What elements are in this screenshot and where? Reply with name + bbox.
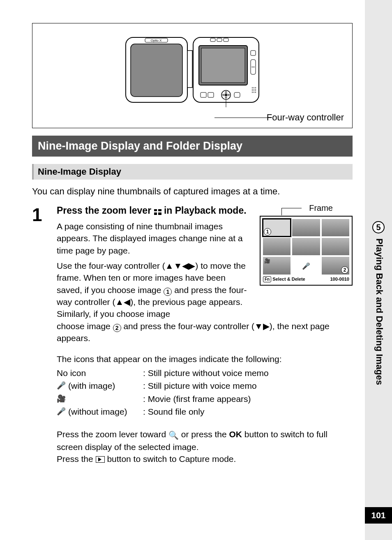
svg-rect-10 bbox=[224, 38, 228, 42]
svg-rect-4 bbox=[187, 51, 192, 88]
subsection-title: Nine-Image Display bbox=[32, 164, 353, 180]
thumbnail-3 bbox=[322, 219, 349, 236]
intro-text: You can display nine thumbnails of captu… bbox=[32, 185, 353, 198]
thumbnail-8: 🎤 bbox=[292, 257, 320, 274]
mic-icon: 🎤 bbox=[57, 380, 66, 391]
final-a: Press the zoom lever toward bbox=[57, 429, 168, 439]
ok-button-label: OK bbox=[229, 429, 242, 439]
final-e: button to switch to Capture mode. bbox=[105, 454, 236, 464]
select-delete-text: Select & Delete bbox=[272, 277, 305, 282]
svg-point-18 bbox=[224, 93, 228, 97]
step-desc-c2: choose image bbox=[57, 321, 113, 331]
icon-row-4: 🎤(without image) : Sound file only bbox=[57, 405, 353, 418]
overlay-circled-2: 2 bbox=[341, 266, 348, 274]
step-title: Press the zoom lever in Playback mode. bbox=[57, 204, 251, 217]
camera-illustration: Optio X bbox=[122, 34, 262, 108]
sidebar: 5 Playing Back and Deleting Images 101 bbox=[365, 0, 392, 540]
thumbnail-grid: 1 🎥 🎤 2 bbox=[263, 219, 349, 275]
lcd-status-bar: FnSelect & Delete 100-0010 bbox=[263, 275, 349, 282]
folder-number: 100-0010 bbox=[330, 277, 350, 282]
svg-point-31 bbox=[254, 90, 254, 91]
svg-point-34 bbox=[254, 92, 254, 93]
icon-row-2-left: (with image) bbox=[68, 379, 115, 392]
thumbnail-7: 🎥 bbox=[263, 257, 291, 274]
svg-point-28 bbox=[254, 89, 254, 90]
final-paragraph: Press the zoom lever toward 🔍 or press t… bbox=[57, 428, 353, 465]
final-b: or press the bbox=[179, 429, 229, 439]
thumbnail-5 bbox=[292, 238, 320, 255]
icons-intro: The icons that appear on the images indi… bbox=[57, 354, 353, 364]
icon-row-2: 🎤(with image) : Still picture with voice… bbox=[57, 379, 353, 392]
video-icon: 🎥 bbox=[57, 393, 66, 404]
frame-callout-line bbox=[282, 208, 302, 208]
svg-rect-15 bbox=[201, 92, 206, 97]
svg-rect-23 bbox=[234, 92, 240, 97]
thumbnail-6 bbox=[322, 238, 349, 255]
video-icon: 🎥 bbox=[264, 258, 270, 264]
icon-row-4-left: (without image) bbox=[68, 405, 127, 418]
icon-row-1: No icon : Still picture without voice me… bbox=[57, 367, 353, 380]
step-title-a: Press the zoom lever bbox=[57, 205, 154, 216]
svg-point-29 bbox=[255, 89, 256, 90]
thumbnail-1: 1 bbox=[263, 219, 291, 236]
thumbnail-9: 2 bbox=[322, 257, 349, 274]
circled-2: 2 bbox=[113, 324, 121, 332]
frame-label: Frame bbox=[309, 203, 333, 213]
four-way-controller-label: Four-way controller bbox=[267, 112, 344, 123]
svg-rect-1 bbox=[131, 44, 182, 97]
step-1: 1 Press the zoom lever in Playback mode.… bbox=[32, 204, 353, 465]
svg-rect-9 bbox=[217, 38, 222, 42]
overlay-circled-1: 1 bbox=[264, 228, 271, 235]
mic-icon: 🎤 bbox=[57, 406, 66, 417]
svg-rect-7 bbox=[201, 48, 245, 83]
chapter-title: Playing Back and Deleting Images bbox=[374, 238, 385, 385]
svg-text:Optio X: Optio X bbox=[151, 39, 162, 42]
callout-line bbox=[214, 118, 272, 118]
camera-diagram: Optio X bbox=[32, 23, 353, 128]
zoom-out-icon bbox=[154, 209, 161, 215]
svg-point-33 bbox=[252, 92, 253, 93]
icon-row-2-right: : Still picture with voice memo bbox=[143, 379, 257, 392]
chapter-number-badge: 5 bbox=[372, 221, 385, 233]
svg-point-30 bbox=[252, 90, 253, 91]
svg-rect-16 bbox=[208, 92, 214, 97]
lcd-screen: 1 🎥 🎤 2 FnSelect & bbox=[260, 216, 353, 286]
frame-callout-tick bbox=[281, 208, 282, 215]
step-title-b: in Playback mode. bbox=[161, 205, 247, 216]
icon-legend-table: No icon : Still picture without voice me… bbox=[57, 367, 353, 418]
fn-badge: Fn bbox=[263, 276, 271, 282]
svg-rect-8 bbox=[210, 38, 215, 42]
step-number: 1 bbox=[32, 206, 57, 465]
step-desc-a: A page consisting of nine thumbnail imag… bbox=[57, 220, 251, 256]
svg-point-24 bbox=[252, 87, 253, 88]
magnify-icon: 🔍 bbox=[168, 431, 179, 440]
final-d: Press the bbox=[57, 454, 96, 464]
icon-row-4-right: : Sound file only bbox=[143, 405, 204, 418]
svg-point-25 bbox=[254, 87, 254, 88]
select-delete-label: FnSelect & Delete bbox=[263, 276, 305, 282]
svg-point-27 bbox=[252, 89, 253, 90]
icon-row-1-left: No icon bbox=[57, 367, 143, 380]
icon-row-1-right: : Still picture without voice memo bbox=[143, 367, 269, 380]
svg-point-35 bbox=[255, 92, 256, 93]
playback-icon bbox=[96, 456, 105, 463]
icon-row-3-right: : Movie (first frame appears) bbox=[143, 392, 251, 406]
svg-point-26 bbox=[255, 87, 256, 88]
mic-icon: 🎤 bbox=[302, 262, 310, 270]
page-number: 101 bbox=[365, 507, 392, 524]
icon-row-3: 🎥 : Movie (first frame appears) bbox=[57, 392, 353, 406]
step-desc-continuation: choose image 2 and press the four-way co… bbox=[57, 320, 353, 344]
svg-point-32 bbox=[255, 90, 256, 91]
svg-rect-11 bbox=[251, 51, 256, 55]
section-title: Nine-Image Display and Folder Display bbox=[32, 136, 353, 157]
step-desc-b-wrap: Use the four-way controller (▲▼◀▶) to mo… bbox=[57, 260, 251, 320]
circled-1: 1 bbox=[164, 288, 172, 296]
lcd-screen-figure: Frame 1 🎥 🎤 bbox=[260, 204, 353, 320]
thumbnail-4 bbox=[263, 238, 291, 255]
thumbnail-2 bbox=[292, 219, 320, 236]
